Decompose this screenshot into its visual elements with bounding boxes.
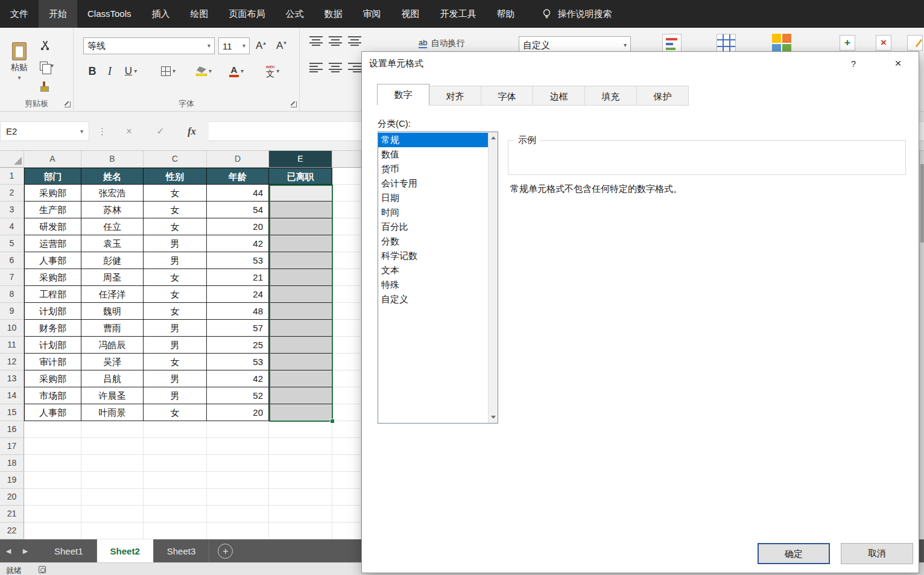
- cell-D19[interactable]: [207, 472, 269, 489]
- cell-C10[interactable]: 男: [144, 320, 207, 337]
- cell-E17[interactable]: [269, 438, 332, 455]
- row-header-14[interactable]: 14: [0, 387, 24, 404]
- row-header-11[interactable]: 11: [0, 337, 24, 354]
- align-left-button[interactable]: [309, 62, 323, 72]
- cell-C6[interactable]: 男: [144, 252, 207, 269]
- font-name-select[interactable]: 等线 ▾: [83, 37, 215, 54]
- category-item-5[interactable]: 时间: [378, 205, 488, 220]
- cell-A22[interactable]: [24, 523, 81, 539]
- category-item-9[interactable]: 文本: [378, 263, 488, 278]
- sheet-tab-sheet1[interactable]: Sheet1: [41, 539, 97, 562]
- cell-C4[interactable]: 女: [144, 218, 207, 235]
- cell-A3[interactable]: 生产部: [24, 202, 81, 218]
- dialog-tab-1[interactable]: 对齐: [429, 86, 481, 106]
- cell-E14[interactable]: [269, 387, 332, 404]
- sheet-tab-sheet3[interactable]: Sheet3: [154, 539, 210, 562]
- cell-C11[interactable]: 男: [144, 337, 207, 354]
- cell-partial-16[interactable]: [332, 421, 361, 438]
- cell-E22[interactable]: [269, 523, 332, 539]
- menu-tab-1[interactable]: 开始: [39, 0, 77, 28]
- dialog-help-button[interactable]: ?: [844, 56, 863, 72]
- bottom-align-button[interactable]: [348, 36, 361, 46]
- row-header-4[interactable]: 4: [0, 218, 24, 235]
- category-item-2[interactable]: 货币: [378, 162, 488, 176]
- menu-tab-10[interactable]: 开发工具: [430, 0, 487, 28]
- dialog-tab-2[interactable]: 字体: [481, 86, 533, 106]
- cell-B1[interactable]: 姓名: [81, 168, 144, 185]
- row-header-1[interactable]: 1: [0, 168, 24, 185]
- cell-partial-20[interactable]: [332, 489, 361, 506]
- scrollbar-thumb[interactable]: [920, 164, 924, 243]
- column-header-E[interactable]: E: [269, 151, 332, 168]
- menu-tab-11[interactable]: 帮助: [487, 0, 525, 28]
- macro-record-icon[interactable]: [39, 566, 46, 573]
- cell-B6[interactable]: 彭健: [81, 252, 144, 269]
- cell-partial-13[interactable]: [332, 370, 361, 387]
- menu-tab-2[interactable]: ClassTools: [77, 0, 142, 28]
- cell-B22[interactable]: [81, 523, 144, 539]
- cell-partial-2[interactable]: [332, 185, 361, 202]
- cell-C17[interactable]: [144, 438, 207, 455]
- format-as-table-button[interactable]: [717, 34, 736, 53]
- dialog-tab-0[interactable]: 数字: [377, 84, 429, 106]
- cell-A14[interactable]: 市场部: [24, 387, 81, 404]
- insert-cells-button[interactable]: +: [840, 35, 855, 51]
- cell-partial-15[interactable]: [332, 404, 361, 421]
- column-header-C[interactable]: C: [144, 151, 207, 168]
- cell-D8[interactable]: 24: [207, 286, 269, 303]
- cell-partial-11[interactable]: [332, 337, 361, 354]
- insert-function-button[interactable]: fx: [179, 121, 205, 141]
- row-header-19[interactable]: 19: [0, 472, 24, 489]
- cell-partial-1[interactable]: [332, 168, 361, 185]
- cell-C18[interactable]: [144, 455, 207, 472]
- cell-C12[interactable]: 女: [144, 354, 207, 370]
- menu-tab-4[interactable]: 绘图: [180, 0, 219, 28]
- cell-partial-6[interactable]: [332, 252, 361, 269]
- cell-B4[interactable]: 任立: [81, 218, 144, 235]
- cell-B2[interactable]: 张宏浩: [81, 185, 144, 202]
- wrap-text-button[interactable]: ab 自动换行: [419, 38, 464, 49]
- cell-partial-8[interactable]: [332, 286, 361, 303]
- cell-partial-12[interactable]: [332, 354, 361, 370]
- cell-E9[interactable]: [269, 303, 332, 320]
- cell-B18[interactable]: [81, 455, 144, 472]
- cell-E2[interactable]: [269, 185, 332, 202]
- cell-C8[interactable]: 女: [144, 286, 207, 303]
- cell-E3[interactable]: [269, 202, 332, 218]
- cell-C9[interactable]: 女: [144, 303, 207, 320]
- cell-B19[interactable]: [81, 472, 144, 489]
- cell-partial-17[interactable]: [332, 438, 361, 455]
- cell-A20[interactable]: [24, 489, 81, 506]
- column-header-B[interactable]: B: [81, 151, 144, 168]
- cell-E8[interactable]: [269, 286, 332, 303]
- cell-D3[interactable]: 54: [207, 202, 269, 218]
- category-item-10[interactable]: 特殊: [378, 278, 488, 292]
- cell-styles-button[interactable]: [772, 34, 791, 53]
- category-item-8[interactable]: 科学记数: [378, 249, 488, 263]
- cell-B14[interactable]: 许晨圣: [81, 387, 144, 404]
- cell-partial-10[interactable]: [332, 320, 361, 337]
- cell-D13[interactable]: 42: [207, 370, 269, 387]
- cell-D15[interactable]: 20: [207, 404, 269, 421]
- cell-A11[interactable]: 计划部: [24, 337, 81, 354]
- cell-E19[interactable]: [269, 472, 332, 489]
- cell-D16[interactable]: [207, 421, 269, 438]
- cell-C3[interactable]: 女: [144, 202, 207, 218]
- cell-B7[interactable]: 周圣: [81, 269, 144, 286]
- borders-button[interactable]: ▾: [157, 62, 180, 81]
- cell-B13[interactable]: 吕航: [81, 370, 144, 387]
- listbox-scrollbar[interactable]: [488, 132, 498, 423]
- column-header-A[interactable]: A: [24, 151, 81, 168]
- cell-A10[interactable]: 财务部: [24, 320, 81, 337]
- cell-D22[interactable]: [207, 523, 269, 539]
- cell-D2[interactable]: 44: [207, 185, 269, 202]
- row-header-8[interactable]: 8: [0, 286, 24, 303]
- font-dialog-launcher[interactable]: [291, 101, 297, 107]
- row-header-17[interactable]: 17: [0, 438, 24, 455]
- category-item-3[interactable]: 会计专用: [378, 176, 488, 191]
- cell-E5[interactable]: [269, 235, 332, 252]
- cell-partial-14[interactable]: [332, 387, 361, 404]
- row-header-5[interactable]: 5: [0, 235, 24, 252]
- cell-C22[interactable]: [144, 523, 207, 539]
- row-header-13[interactable]: 13: [0, 370, 24, 387]
